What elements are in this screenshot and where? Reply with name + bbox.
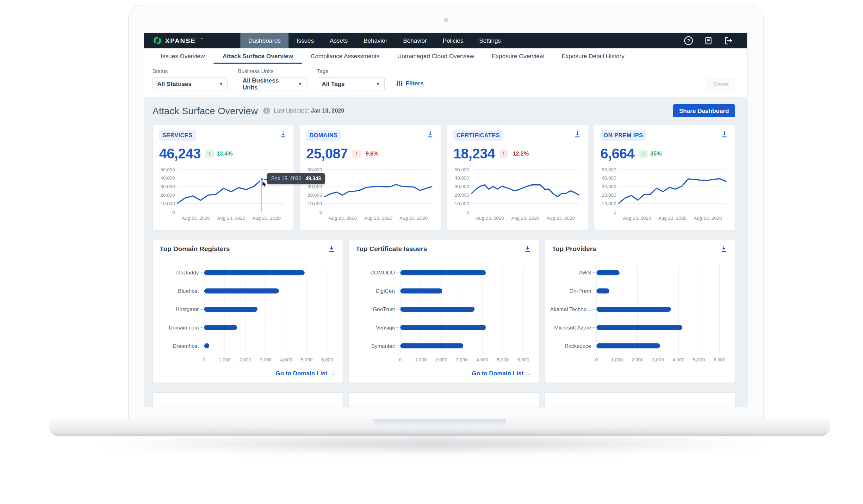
download-icon[interactable] [426, 130, 434, 138]
sliders-icon [396, 80, 403, 87]
nav-item-issues[interactable]: Issues [288, 33, 322, 48]
kpi-delta-value: 35% [650, 151, 662, 157]
nav-item-assets[interactable]: Assets [322, 33, 355, 48]
svg-text:GoDaddy: GoDaddy [176, 270, 199, 276]
kpi-label-badge: CERTIFICATES [453, 130, 503, 141]
top-certificate-issuers-card: Top Certificate Issuers 01,0002,0003,000… [349, 240, 539, 383]
status-dropdown[interactable]: All Statuses ▼ [152, 77, 228, 90]
svg-text:3,000: 3,000 [260, 357, 272, 362]
kpi-value: 6,664 [600, 146, 635, 162]
svg-text:30,000: 30,000 [308, 184, 322, 189]
domains-trend-chart[interactable]: 010,00020,00030,00040,00050,000Aug 23, 2… [306, 165, 434, 227]
help-icon[interactable]: ? [684, 36, 693, 46]
kpi-delta-value: -12.2% [511, 151, 529, 157]
business-units-filter-label: Business Units [238, 68, 307, 75]
trend-arrow-icon: ↑ [352, 150, 361, 158]
sign-out-icon[interactable] [724, 36, 733, 46]
svg-text:4,000: 4,000 [280, 357, 292, 362]
svg-text:1,000: 1,000 [611, 357, 623, 362]
kpi-delta: ↑ -9.6% [352, 150, 379, 158]
nav-item-dashboards[interactable]: Dashboards [240, 33, 288, 48]
tab-exposure-detail-history[interactable]: Exposure Detail History [553, 48, 633, 64]
svg-text:20,000: 20,000 [602, 192, 616, 198]
chart-tooltip: Sep 15, 2020 49,343 [267, 173, 325, 184]
svg-text:Aug 23, 2020: Aug 23, 2020 [217, 215, 245, 221]
svg-text:Bluehost: Bluehost [178, 288, 199, 294]
download-icon[interactable] [327, 245, 336, 253]
trend-arrow-icon: ↓ [205, 150, 214, 158]
nav-item-policies[interactable]: Policies [435, 33, 471, 48]
kpi-label-badge: ON PREM IPS [600, 130, 646, 141]
brand: XPANSE ™ [144, 33, 203, 48]
nav-utility-icons: ? [684, 33, 747, 48]
brand-name: XPANSE [165, 37, 196, 45]
svg-text:1,000: 1,000 [219, 357, 230, 362]
status-filter: Status All Statuses ▼ [152, 68, 228, 90]
on-prem-ips-trend-chart[interactable]: 010,00020,00030,00040,00050,000Aug 23, 2… [600, 165, 728, 227]
download-icon[interactable] [524, 245, 532, 253]
laptop-base [49, 419, 830, 436]
tags-dropdown[interactable]: All Tags ▼ [317, 77, 385, 90]
download-icon[interactable] [720, 130, 728, 138]
svg-text:20,000: 20,000 [308, 192, 322, 198]
chevron-down-icon: ▼ [376, 82, 380, 86]
share-dashboard-button[interactable]: Share Dashboard [673, 104, 735, 117]
kpi-delta: ↓ 35% [639, 150, 662, 158]
svg-text:Aug 23, 2020: Aug 23, 2020 [694, 215, 722, 221]
svg-text:5,000: 5,000 [497, 357, 509, 362]
tags-filter-label: Tags [317, 68, 385, 75]
kpi-value: 25,087 [306, 146, 348, 162]
partial-card [152, 392, 343, 407]
tab-issues-overview[interactable]: Issues Overview [152, 48, 214, 64]
tab-attack-surface-overview[interactable]: Attack Surface Overview [214, 48, 302, 64]
svg-text:Dreamhost: Dreamhost [173, 343, 199, 349]
xpanse-logo-icon [153, 36, 162, 45]
go-to-domain-list-link[interactable]: Go to Domain List → [349, 367, 539, 382]
kpi-value: 46,243 [159, 146, 201, 162]
svg-text:5,000: 5,000 [693, 357, 705, 362]
reset-button[interactable]: Reset [707, 78, 735, 91]
bar-chart-row: Top Domain Registers 01,0002,0003,0004,0… [152, 240, 735, 383]
info-icon[interactable]: i [263, 108, 270, 114]
svg-text:Aug 23, 2020: Aug 23, 2020 [658, 215, 687, 221]
tab-unmanaged-cloud-overview[interactable]: Unmanaged Cloud Overview [388, 48, 483, 64]
svg-text:Aug 23, 2020: Aug 23, 2020 [329, 215, 357, 221]
status-filter-label: Status [152, 68, 228, 75]
trend-arrow-icon: ↑ [500, 150, 508, 158]
certificates-trend-chart[interactable]: 010,00020,00030,00040,00050,000Aug 23, 2… [453, 165, 581, 227]
svg-text:0: 0 [203, 357, 205, 362]
tab-exposure-overview[interactable]: Exposure Overview [483, 48, 553, 64]
kpi-label-badge: DOMAINS [306, 130, 341, 141]
filters-button-label: Filters [405, 80, 424, 87]
svg-text:10,000: 10,000 [602, 201, 616, 206]
svg-text:AWS: AWS [579, 270, 591, 276]
svg-text:0: 0 [595, 357, 598, 362]
nav-item-settings[interactable]: Settings [471, 33, 509, 48]
go-to-domain-list-link[interactable]: Go to Domain List → [153, 367, 342, 382]
svg-text:40,000: 40,000 [160, 175, 175, 180]
card-title: Top Domain Registers [160, 245, 230, 253]
svg-text:COMODO: COMODO [370, 270, 395, 276]
svg-text:Symantec: Symantec [371, 343, 395, 349]
card-title: Top Providers [552, 245, 596, 253]
svg-text:0: 0 [467, 209, 469, 215]
download-icon[interactable] [279, 130, 287, 138]
card-footer [545, 367, 735, 376]
svg-text:Aug 23, 2020: Aug 23, 2020 [547, 215, 575, 221]
svg-text:40,000: 40,000 [454, 175, 469, 180]
svg-text:6,000: 6,000 [713, 357, 725, 362]
laptop-screen: XPANSE ™ Dashboards Issues Assets Behavi… [128, 5, 764, 419]
nav-item-behavior-1[interactable]: Behavior [355, 33, 395, 48]
chevron-down-icon: ▼ [219, 82, 223, 86]
dashboard-app: XPANSE ™ Dashboards Issues Assets Behavi… [144, 33, 747, 407]
filters-button[interactable]: Filters [396, 80, 424, 87]
top-nav: XPANSE ™ Dashboards Issues Assets Behavi… [144, 33, 747, 48]
release-notes-icon[interactable] [703, 36, 713, 46]
download-icon[interactable] [720, 245, 728, 253]
nav-item-behavior-2[interactable]: Behavior [395, 33, 435, 48]
svg-text:2,000: 2,000 [239, 357, 251, 362]
tab-compliance-assessments[interactable]: Compliance Assessments [302, 48, 388, 64]
webcam-dot [444, 18, 448, 22]
download-icon[interactable] [573, 130, 581, 138]
business-units-dropdown[interactable]: All Business Units ▼ [238, 77, 307, 90]
